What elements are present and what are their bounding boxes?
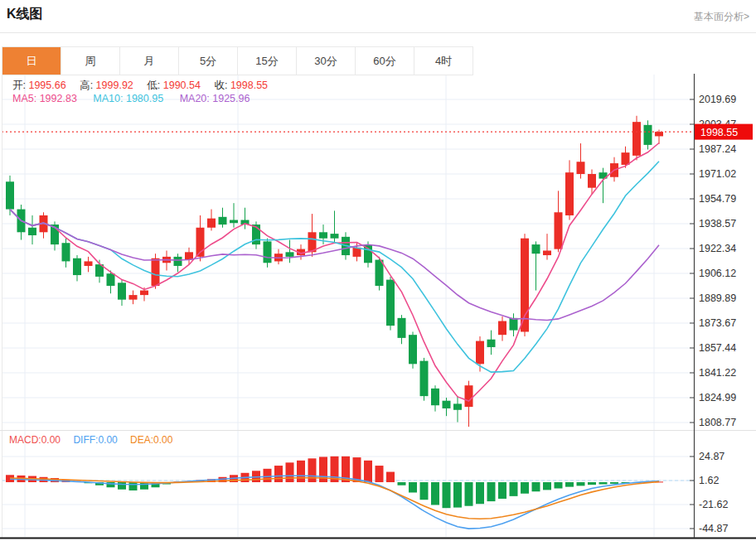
ma-row: MA5: 1992.83 MA10: 1980.95 MA20: 1925.96 bbox=[12, 93, 263, 104]
price-axis-label: 1938.57 bbox=[699, 218, 736, 229]
low-label: 低: bbox=[147, 80, 160, 91]
macd-indicator-row: MACD:0.00 DIFF:0.00 DEA:0.00 bbox=[9, 434, 182, 446]
last-price-badge-text: 1998.55 bbox=[700, 127, 738, 138]
macd-bar bbox=[118, 482, 126, 490]
tab-30分[interactable]: 30分 bbox=[297, 47, 356, 75]
macd-bar bbox=[599, 482, 608, 484]
candle-body bbox=[476, 341, 484, 365]
candle-body bbox=[465, 385, 473, 407]
tab-月[interactable]: 月 bbox=[120, 47, 179, 75]
candle-body bbox=[219, 217, 227, 225]
macd-bar bbox=[140, 482, 148, 490]
candle-body bbox=[577, 162, 585, 174]
macd-bar bbox=[577, 482, 585, 485]
macd-bar bbox=[610, 482, 618, 484]
tab-60分[interactable]: 60分 bbox=[356, 47, 414, 75]
candle-body bbox=[319, 232, 327, 238]
candle-body bbox=[632, 122, 641, 156]
tab-15分[interactable]: 15分 bbox=[238, 47, 297, 75]
diff-value: DIFF:0.00 bbox=[73, 434, 117, 446]
page-title: K线图 bbox=[7, 6, 43, 23]
candle-body bbox=[386, 280, 395, 326]
macd-bar bbox=[510, 482, 518, 496]
tab-周[interactable]: 周 bbox=[61, 47, 120, 75]
ma5-line bbox=[10, 143, 659, 402]
macd-value: MACD:0.00 bbox=[9, 434, 61, 446]
macd-bar bbox=[521, 482, 529, 494]
close-label: 收: bbox=[214, 80, 227, 91]
candle-body bbox=[174, 257, 182, 266]
macd-bar bbox=[274, 466, 283, 482]
macd-bar bbox=[453, 482, 462, 508]
macd-bar bbox=[353, 457, 361, 482]
macd-bar bbox=[297, 461, 305, 482]
macd-bar bbox=[498, 482, 506, 499]
macd-bar bbox=[420, 482, 429, 500]
price-axis-label: 1808.77 bbox=[699, 417, 736, 428]
candle-body bbox=[487, 340, 496, 347]
macd-bar bbox=[565, 482, 574, 487]
price-axis-label: 2019.69 bbox=[699, 94, 736, 105]
candle-body bbox=[543, 250, 551, 255]
price-axis-label: 1824.99 bbox=[699, 392, 736, 403]
macd-bar bbox=[543, 482, 551, 490]
macd-axis-label: -21.62 bbox=[699, 499, 728, 510]
ma5-value: MA5: 1992.83 bbox=[12, 93, 77, 104]
macd-bar bbox=[129, 482, 138, 490]
candle-body bbox=[286, 252, 294, 257]
high-label: 高: bbox=[80, 80, 93, 91]
dea-value: DEA:0.00 bbox=[130, 434, 172, 446]
candle-body bbox=[622, 152, 630, 165]
macd-axis-label: 24.87 bbox=[699, 451, 724, 462]
candle-body bbox=[655, 132, 663, 136]
tab-4时[interactable]: 4时 bbox=[414, 47, 472, 75]
candle-body bbox=[207, 219, 216, 228]
macd-bar bbox=[264, 469, 272, 482]
ma10-value: MA10: 1980.95 bbox=[93, 93, 163, 104]
candle-body bbox=[107, 273, 115, 286]
kline-widget: 2019.692003.471987.241971.021954.791938.… bbox=[0, 0, 756, 541]
macd-bar bbox=[588, 482, 596, 485]
widget-header: K线图 基本面分析> bbox=[0, 0, 756, 33]
ma20-value: MA20: 1925.96 bbox=[180, 93, 250, 104]
tab-5分[interactable]: 5分 bbox=[179, 47, 238, 75]
close-value: 1998.55 bbox=[230, 80, 268, 91]
price-axis-label: 1971.02 bbox=[699, 168, 736, 180]
candle-body bbox=[565, 172, 574, 215]
price-axis-label: 1841.22 bbox=[699, 367, 736, 379]
candle-body bbox=[532, 244, 540, 254]
macd-bar bbox=[364, 461, 372, 482]
price-axis-label: 1857.44 bbox=[699, 342, 736, 354]
candle-body bbox=[644, 125, 652, 145]
macd-bar bbox=[286, 462, 294, 482]
candle-body bbox=[140, 291, 148, 296]
candle-body bbox=[431, 389, 439, 405]
interval-tabs: 日周月5分15分30分60分4时 bbox=[2, 46, 473, 75]
open-label: 开: bbox=[12, 80, 26, 91]
macd-axis-label: -44.87 bbox=[699, 523, 728, 534]
candle-body bbox=[443, 401, 451, 408]
macd-bar bbox=[532, 482, 540, 491]
macd-bar bbox=[443, 482, 451, 508]
high-value: 1999.92 bbox=[96, 80, 133, 91]
open-value: 1995.66 bbox=[28, 80, 65, 91]
candle-body bbox=[453, 403, 462, 409]
fundamental-analysis-link[interactable]: 基本面分析> bbox=[694, 10, 749, 24]
price-axis-label: 1889.89 bbox=[699, 292, 736, 304]
ohlc-row: 开: 1995.66 高: 1999.92 低: 1990.54 收: 1998… bbox=[12, 79, 279, 93]
macd-bar bbox=[465, 482, 473, 506]
tab-日[interactable]: 日 bbox=[2, 47, 61, 75]
candle-body bbox=[331, 234, 339, 239]
candle-body bbox=[73, 258, 81, 275]
candle-body bbox=[555, 212, 563, 249]
candle-body bbox=[152, 258, 160, 286]
candle-body bbox=[588, 174, 596, 188]
candle-body bbox=[521, 239, 529, 332]
candle-body bbox=[420, 361, 429, 397]
price-axis-label: 1922.34 bbox=[699, 243, 736, 254]
macd-bar bbox=[409, 482, 417, 492]
macd-bar bbox=[431, 482, 439, 505]
macd-axis-label: 1.62 bbox=[699, 475, 719, 486]
candle-body bbox=[28, 228, 36, 235]
low-value: 1990.54 bbox=[163, 80, 201, 91]
